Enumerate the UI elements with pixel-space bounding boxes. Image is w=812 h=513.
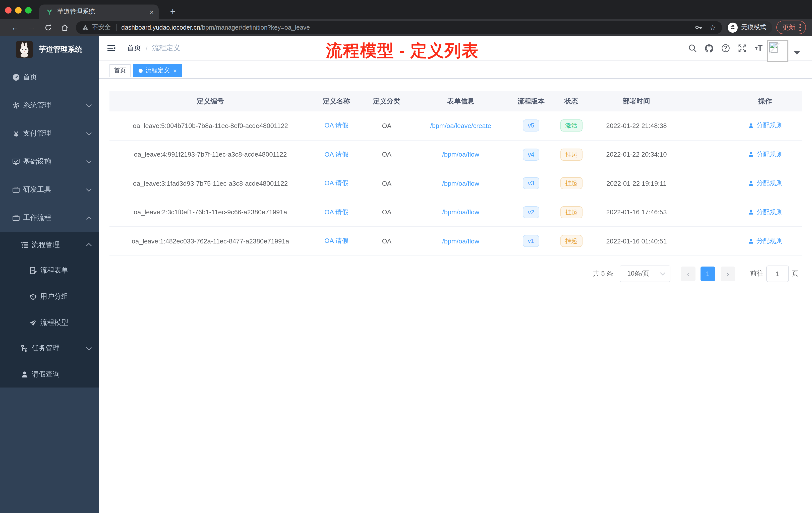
table-row: oa_leave:5:004b710b-7b8a-11ec-8ef0-acde4… (110, 112, 728, 140)
next-page-button[interactable]: › (721, 266, 735, 281)
definition-name-link[interactable]: OA 请假 (324, 237, 348, 245)
deploy-time: 2022-01-22 21:48:38 (590, 122, 683, 129)
table-main: 定义编号 定义名称 定义分类 表单信息 流程版本 状态 部署时间 oa_leav… (110, 91, 728, 256)
sidebar-item-process-model[interactable]: 流程模型 (0, 310, 99, 336)
github-icon[interactable] (704, 44, 714, 53)
bookmark-star-icon[interactable]: ☆ (709, 23, 716, 32)
assign-rule-button[interactable]: 分配规则 (748, 208, 783, 217)
assign-rule-button[interactable]: 分配规则 (748, 236, 783, 245)
definition-name-link[interactable]: OA 请假 (324, 208, 348, 216)
address-bar[interactable]: 不安全 dashboard.yudao.iocoder.cn/bpm/manag… (76, 21, 722, 34)
sidebar-item-task-manage[interactable]: 任务管理 (0, 336, 99, 361)
browser-menu-update[interactable]: 更新 (776, 21, 806, 34)
browser-tab[interactable]: 芋道管理系统 × (39, 4, 159, 19)
avatar-caret-down-icon[interactable] (794, 51, 800, 55)
incognito-badge: 无痕模式 (726, 21, 772, 34)
new-tab-button[interactable]: + (166, 4, 180, 19)
breadcrumb-home[interactable]: 首页 (127, 43, 141, 53)
assign-rule-button[interactable]: 分配规则 (748, 179, 783, 188)
back-icon[interactable]: ← (10, 22, 20, 32)
app: 芋道管理系统 首页 (0, 36, 812, 513)
col-header-name: 定义名称 (311, 97, 361, 105)
sidebar-item-label: 工作流程 (23, 213, 51, 222)
search-icon[interactable] (688, 44, 697, 53)
assign-rule-button[interactable]: 分配规则 (748, 150, 783, 159)
definition-name-link[interactable]: OA 请假 (324, 122, 348, 129)
sidebar-item-leave-query[interactable]: 请假查询 (0, 361, 99, 387)
sidebar-item-label: 基础设施 (23, 157, 51, 166)
sidebar-item-user-group[interactable]: 用户分组 (0, 283, 99, 309)
deploy-time: 2022-01-22 20:34:10 (590, 151, 683, 158)
sidebar-item-process-manage[interactable]: 流程管理 (0, 232, 99, 258)
dashboard-gauge-icon (12, 73, 20, 81)
active-dot (139, 68, 143, 72)
definition-name-link[interactable]: OA 请假 (324, 151, 348, 158)
sidebar-item-system[interactable]: 系统管理 (0, 91, 99, 119)
col-header-id: 定义编号 (110, 97, 311, 105)
sidebar-item-home[interactable]: 首页 (0, 63, 99, 91)
sidebar-item-devtools[interactable]: 研发工具 (0, 176, 99, 204)
sidebar-item-workflow[interactable]: 工作流程 (0, 204, 99, 232)
sidebar-item-infra[interactable]: 基础设施 (0, 148, 99, 176)
window-close-button[interactable] (5, 7, 11, 13)
monitor-icon (12, 158, 20, 165)
page-size-select[interactable]: 10条/页 (620, 265, 670, 282)
fullscreen-icon[interactable] (738, 44, 747, 53)
incognito-icon (728, 22, 738, 32)
tags-view: 首页 流程定义 × (99, 61, 812, 79)
home-icon[interactable] (60, 22, 70, 32)
browser-menu-dots-icon[interactable] (800, 24, 801, 31)
form-link[interactable]: /bpm/oa/flow (442, 209, 479, 216)
form-link[interactable]: /bpm/oa/flow (442, 237, 479, 245)
sidebar-logo[interactable]: 芋道管理系统 (0, 36, 99, 63)
update-label[interactable]: 更新 (782, 23, 795, 32)
window-zoom-button[interactable] (25, 7, 32, 13)
definition-name-link[interactable]: OA 请假 (324, 179, 348, 187)
hamburger-collapse-icon[interactable] (107, 44, 116, 52)
definition-category: OA (361, 209, 412, 216)
current-page-button[interactable]: 1 (700, 266, 715, 281)
help-icon[interactable] (721, 44, 730, 53)
col-header-category: 定义分类 (361, 97, 412, 105)
paper-plane-icon (29, 319, 37, 327)
form-link[interactable]: /bpm/oa/leave/create (430, 122, 491, 129)
table-header-row: 定义编号 定义名称 定义分类 表单信息 流程版本 状态 部署时间 (110, 91, 728, 112)
key-icon[interactable] (694, 23, 703, 32)
sidebar-item-payment[interactable]: ¥ 支付管理 (0, 119, 99, 148)
window-minimize-button[interactable] (15, 7, 22, 13)
form-link[interactable]: /bpm/oa/flow (442, 180, 479, 187)
sidebar-item-label: 用户分组 (40, 292, 68, 301)
definition-category: OA (361, 122, 412, 129)
sidebar-item-label: 首页 (23, 73, 37, 82)
reload-icon[interactable] (43, 22, 53, 32)
chevron-down-icon (660, 272, 666, 275)
definition-id: oa_leave:2:3c1f0ef1-76b1-11ec-9c66-a2380… (110, 209, 311, 216)
url-text[interactable]: dashboard.yudao.iocoder.cn/bpm/manager/d… (121, 24, 688, 31)
sidebar-item-process-form[interactable]: 流程表单 (0, 258, 99, 283)
table-fixed-actions: 操作 分配规则 分配规则 分配规则 分配规则 分配规则 (728, 91, 802, 256)
tag-label: 首页 (114, 66, 126, 75)
deploy-time: 2022-01-22 19:19:11 (590, 180, 683, 187)
tag-close-icon[interactable]: × (173, 67, 177, 73)
col-header-time: 部署时间 (590, 97, 683, 105)
tag-process-definition[interactable]: 流程定义 × (133, 64, 182, 77)
table-row: oa_leave:3:1fad3d93-7b75-11ec-a3c8-acde4… (110, 169, 728, 198)
font-size-icon[interactable]: тT (754, 44, 763, 53)
version-badge: v5 (523, 120, 539, 132)
forward-icon[interactable]: → (27, 22, 37, 32)
definition-category: OA (361, 151, 412, 158)
prev-page-button[interactable]: ‹ (681, 266, 696, 281)
breadcrumb-separator: / (146, 44, 148, 52)
goto-page-input[interactable] (766, 265, 789, 282)
tab-close-icon[interactable]: × (150, 8, 154, 16)
page-size-value: 10条/页 (627, 269, 660, 278)
assign-rule-button[interactable]: 分配规则 (748, 121, 783, 130)
avatar[interactable] (767, 40, 788, 62)
tag-home[interactable]: 首页 (110, 64, 130, 77)
form-link[interactable]: /bpm/oa/flow (442, 151, 479, 158)
org-tree-icon (21, 344, 29, 352)
security-warning-icon[interactable] (82, 24, 89, 31)
navbar-icons: тT (688, 36, 763, 61)
pagination-total: 共 5 条 (593, 269, 613, 278)
main-area: 首页 / 流程定义 流程模型 - 定义列表 (99, 36, 812, 513)
